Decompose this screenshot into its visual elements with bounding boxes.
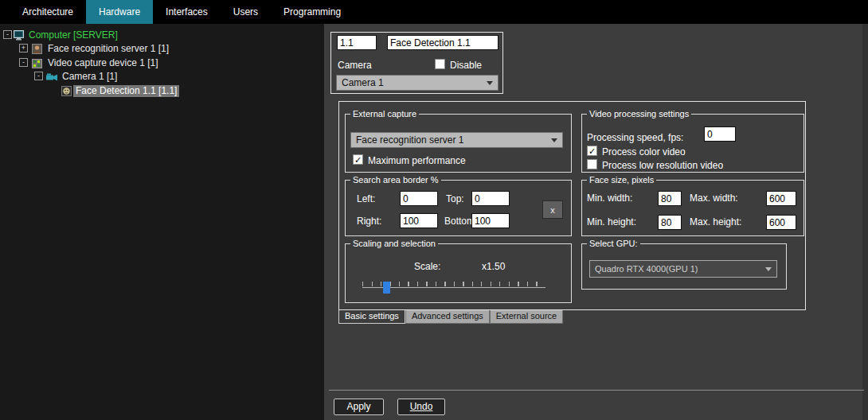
max-height-input[interactable] (766, 215, 796, 230)
menu-tab-architecture[interactable]: Architecture (10, 0, 86, 24)
undo-button[interactable]: Undo (397, 399, 445, 415)
expand-icon[interactable]: + (19, 44, 28, 52)
face-server-icon (32, 43, 42, 57)
gpu-select[interactable]: Quadro RTX 4000(GPU 1) (589, 260, 777, 278)
bottom-input[interactable] (471, 213, 510, 228)
gpu-select-value: Quadro RTX 4000(GPU 1) (595, 264, 698, 274)
menu-tab-interfaces[interactable]: Interfaces (153, 0, 221, 24)
settings-panel: Camera Disable Camera 1 External capture… (324, 24, 868, 420)
process-low-res-video-checkbox[interactable] (587, 159, 597, 169)
collapse-icon[interactable]: - (3, 30, 12, 39)
min-height-label: Min. height: (587, 216, 636, 228)
tab-basic-settings[interactable]: Basic settings (338, 310, 405, 324)
maximum-performance-checkbox[interactable] (353, 154, 363, 165)
scale-value: x1.50 (482, 261, 505, 272)
tree-item-camera[interactable]: - Camera 1 [1] (0, 70, 324, 84)
object-name-input[interactable] (387, 35, 499, 50)
menu-tab-hardware[interactable]: Hardware (86, 0, 153, 24)
search-area-group: Search area border % (345, 180, 572, 236)
video-processing-title: Video processing settings (587, 109, 691, 119)
main-menu-bar: Architecture Hardware Interfaces Users P… (0, 0, 868, 24)
undo-button-label: Undo (410, 401, 433, 412)
external-capture-title: External capture (350, 109, 419, 119)
app-window: Architecture Hardware Interfaces Users P… (0, 0, 868, 420)
tree-item-label: Camera 1 [1] (60, 71, 119, 83)
process-low-res-video-label: Process low resolution video (602, 160, 723, 171)
tree-item-face-recognition-server[interactable]: + Face recognition server 1 [1] (0, 42, 324, 56)
tree-item-video-capture-device[interactable]: - Video capture device 1 [1] (0, 56, 324, 70)
settings-tabstrip: Basic settings Advanced settings Externa… (338, 310, 563, 324)
chevron-down-icon (487, 81, 493, 85)
process-color-video-checkbox[interactable] (587, 146, 597, 156)
disable-checkbox[interactable] (435, 59, 445, 69)
collapse-icon[interactable]: - (19, 58, 28, 67)
left-label: Left: (357, 193, 375, 204)
camera-select[interactable]: Camera 1 (336, 75, 499, 91)
scale-label: Scale: (414, 261, 440, 272)
tree-item-computer[interactable]: - Computer [SERVER] (0, 29, 324, 42)
collapse-icon[interactable]: - (34, 72, 43, 80)
right-label: Right: (357, 216, 381, 227)
tree-item-label: Video capture device 1 [1] (45, 57, 161, 69)
scale-slider[interactable] (362, 280, 545, 294)
max-width-input[interactable] (766, 191, 796, 206)
maximum-performance-label: Maximum performance (368, 155, 466, 166)
gpu-title: Select GPU: (587, 239, 640, 249)
face-size-title: Face size, pixels (587, 175, 656, 185)
scrollbar-track[interactable] (862, 24, 868, 420)
face-detection-icon (61, 85, 72, 99)
footer-divider (329, 390, 864, 391)
reset-search-area-button[interactable]: x (542, 200, 563, 219)
min-height-input[interactable] (658, 215, 682, 230)
tree-item-label: Computer [SERVER] (26, 29, 120, 41)
process-color-video-label: Process color video (602, 146, 686, 158)
menu-tab-programming[interactable]: Programming (271, 0, 354, 24)
right-input[interactable] (400, 213, 438, 228)
scaling-title: Scaling and selection (350, 239, 438, 249)
tree-item-label: Face recognition server 1 [1] (45, 43, 171, 55)
camera-label: Camera (338, 60, 372, 71)
object-id-input[interactable] (337, 35, 377, 50)
apply-button[interactable]: Apply (334, 399, 384, 415)
min-width-label: Min. width: (587, 192, 632, 204)
tab-advanced-settings[interactable]: Advanced settings (405, 310, 490, 324)
processing-speed-input[interactable] (704, 126, 736, 142)
max-width-label: Max. width: (690, 192, 738, 204)
disable-label: Disable (450, 60, 482, 71)
menu-tab-users[interactable]: Users (221, 0, 271, 24)
face-recognition-server-select[interactable]: Face recognition server 1 (350, 132, 563, 148)
top-input[interactable] (471, 191, 510, 206)
min-width-input[interactable] (658, 191, 682, 206)
left-input[interactable] (400, 191, 438, 206)
chevron-down-icon (551, 138, 557, 142)
camera-select-value: Camera 1 (342, 77, 384, 88)
tree-item-label-selected: Face Detection 1.1 [1.1] (73, 85, 179, 97)
chevron-down-icon (765, 267, 772, 271)
processing-speed-label: Processing speed, fps: (587, 132, 683, 143)
face-recognition-server-value: Face recognition server 1 (356, 134, 463, 146)
camera-icon (46, 71, 59, 85)
top-label: Top: (446, 193, 464, 204)
max-height-label: Max. height: (690, 216, 741, 228)
tree-item-face-detection[interactable]: Face Detection 1.1 [1.1] (0, 84, 324, 98)
tab-external-source[interactable]: External source (490, 310, 563, 324)
hardware-tree-panel: - Computer [SERVER] + Face recognition s… (0, 24, 324, 420)
slider-handle[interactable] (383, 282, 390, 294)
search-area-title: Search area border % (350, 175, 441, 185)
object-identity-box: Camera Disable Camera 1 (330, 32, 503, 94)
